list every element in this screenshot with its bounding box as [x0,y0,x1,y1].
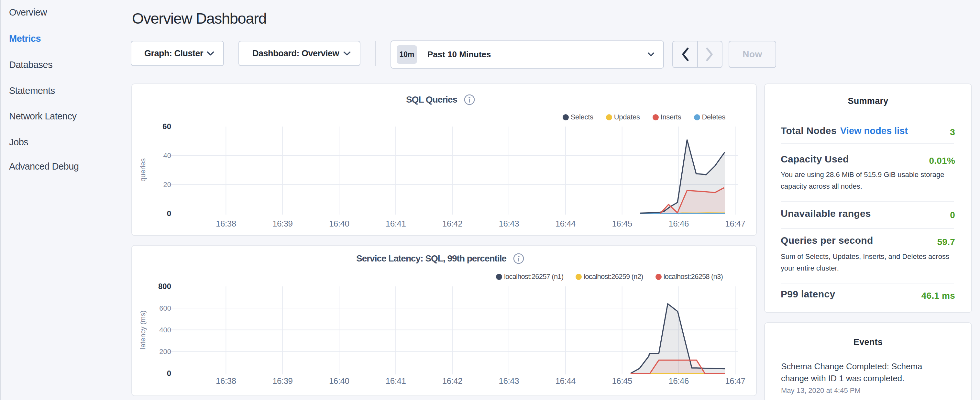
svg-text:16:43: 16:43 [499,219,519,228]
svg-text:16:38: 16:38 [216,219,236,228]
svg-text:16:38: 16:38 [216,376,236,386]
svg-text:16:45: 16:45 [612,219,632,228]
svg-text:400: 400 [159,326,171,334]
svg-text:16:43: 16:43 [499,376,519,386]
svg-text:800: 800 [158,282,171,291]
svg-text:16:41: 16:41 [386,376,406,386]
svg-text:16:39: 16:39 [272,376,293,386]
svg-text:queries: queries [139,158,147,182]
svg-text:200: 200 [159,347,171,356]
svg-text:16:40: 16:40 [329,376,349,386]
svg-text:16:42: 16:42 [442,376,463,386]
svg-text:16:46: 16:46 [668,219,689,228]
svg-text:16:44: 16:44 [555,219,576,228]
svg-text:60: 60 [162,122,171,131]
svg-text:16:47: 16:47 [725,219,745,228]
svg-text:40: 40 [163,151,171,159]
svg-text:16:47: 16:47 [725,376,745,386]
svg-text:16:39: 16:39 [272,219,293,228]
svg-text:16:42: 16:42 [442,219,463,228]
svg-text:16:45: 16:45 [612,376,632,386]
svg-text:0: 0 [167,369,171,378]
svg-text:latency (ms): latency (ms) [139,310,147,349]
svg-text:16:46: 16:46 [668,376,689,386]
svg-text:16:40: 16:40 [329,219,349,228]
svg-text:16:44: 16:44 [555,376,576,386]
svg-text:20: 20 [163,180,171,189]
svg-text:16:41: 16:41 [386,219,406,228]
svg-text:600: 600 [159,304,171,312]
svg-text:0: 0 [167,209,171,218]
